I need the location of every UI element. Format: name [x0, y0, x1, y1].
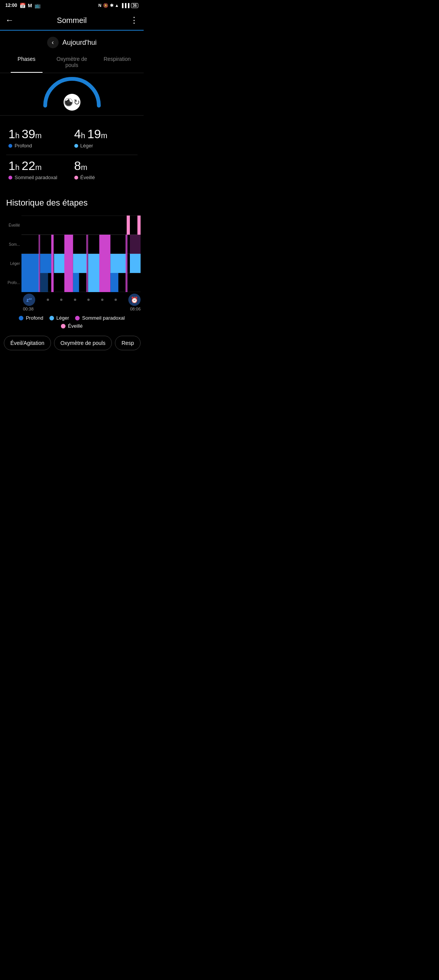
date-prev-button[interactable]: ‹ — [47, 37, 59, 48]
sleep-arc-container: ↻ — [0, 73, 144, 104]
timeline-row: zzz ⏰ 00:38 08:06 — [3, 294, 141, 311]
legend-area: Profond Léger Sommeil paradoxal Éveillé — [0, 311, 144, 332]
timeline-dot-6 — [115, 299, 117, 301]
timeline-dot-2 — [60, 299, 62, 301]
svg-rect-12 — [73, 254, 87, 273]
more-menu-button[interactable]: ⋮ — [130, 15, 138, 25]
svg-rect-10 — [54, 254, 65, 273]
legend-eveille-dot — [61, 324, 66, 328]
stat-paradoxal: 1h 22m Sommeil paradoxal — [6, 155, 72, 186]
tab-respiration[interactable]: Respiration — [95, 51, 140, 73]
eveille-dot — [74, 176, 78, 180]
legend-leger-dot — [49, 316, 54, 320]
ylabel-som: Som... — [3, 235, 20, 254]
status-right: N 🔕 ✱ ▲ ▐▐▐ 36 — [98, 3, 138, 8]
status-time: 12:00 — [5, 3, 17, 8]
stat-profond-label: Profond — [8, 143, 70, 149]
status-wifi-icon: ▲ — [115, 3, 119, 8]
sleep-end-icon: ⏰ — [128, 294, 141, 306]
chevron-left-icon: ‹ — [52, 39, 54, 46]
svg-rect-8 — [40, 273, 48, 292]
ylabel-profo: Profo... — [3, 273, 20, 292]
profond-dot — [8, 144, 12, 148]
tab-bar: Phases Oxymètre de pouls Respiration — [0, 51, 144, 73]
date-navigation: ‹ Aujourd'hui — [0, 31, 144, 51]
legend-paradoxal-dot — [75, 316, 80, 320]
svg-rect-9 — [51, 235, 54, 292]
chart-end-time: 08:06 — [130, 307, 141, 311]
stat-eveille: 8m Éveillé — [72, 155, 138, 186]
legend-eveille: Éveillé — [61, 323, 82, 329]
stat-eveille-time: 8m — [74, 159, 136, 173]
chart-body — [21, 216, 141, 292]
svg-rect-18 — [110, 273, 118, 292]
legend-leger: Léger — [49, 315, 69, 321]
leger-dot — [74, 144, 78, 148]
stat-paradoxal-time: 1h 22m — [8, 159, 70, 173]
status-bt-icon: ✱ — [110, 3, 113, 8]
status-nfc-icon: N — [98, 3, 102, 8]
btn-resp[interactable]: Resp — [115, 336, 141, 350]
stat-leger-label: Léger — [74, 143, 136, 149]
tab-phases[interactable]: Phases — [4, 51, 49, 73]
paradoxal-dot — [8, 176, 12, 180]
svg-rect-16 — [99, 235, 110, 292]
timeline-dot-4 — [87, 299, 90, 301]
sleep-chart-svg — [21, 216, 141, 292]
svg-rect-13 — [73, 273, 79, 292]
stat-leger: 4h 19m Léger — [72, 123, 138, 155]
bottom-actions: Éveil/Agitation Oxymètre de pouls Resp — [0, 332, 144, 358]
date-label: Aujourd'hui — [62, 39, 97, 47]
svg-rect-11 — [64, 235, 73, 292]
svg-rect-19 — [126, 235, 128, 292]
sleep-stats-grid: 1h 39m Profond 4h 19m Léger 1h 22m Somme… — [0, 116, 144, 190]
btn-oxymetre[interactable]: Oxymètre de pouls — [54, 336, 112, 350]
stat-eveille-label: Éveillé — [74, 175, 136, 180]
chart-start-time: 00:38 — [23, 307, 34, 311]
stat-leger-time: 4h 19m — [74, 127, 136, 141]
svg-rect-6 — [39, 235, 40, 292]
chart-time-labels: 00:38 08:06 — [23, 307, 141, 311]
status-calendar-icon: 📅 — [20, 3, 26, 8]
timeline-dot-1 — [47, 299, 49, 301]
stat-paradoxal-label: Sommeil paradoxal — [8, 175, 70, 180]
app-header: ← Sommeil ⋮ — [0, 11, 144, 31]
sleep-start-icon: zzz — [23, 294, 35, 306]
timeline-dot-3 — [74, 299, 76, 301]
status-m-icon: M — [28, 3, 32, 8]
svg-rect-20 — [127, 216, 130, 235]
svg-rect-5 — [21, 254, 39, 292]
chart-y-labels: Éveillé Som... Léger Profo... — [3, 216, 21, 292]
page-title: Sommeil — [14, 16, 130, 25]
svg-rect-23 — [138, 216, 141, 235]
sleep-center-icon: ↻ — [64, 94, 80, 111]
status-left: 12:00 📅 M 📺 — [5, 3, 41, 8]
btn-eveil-agitation[interactable]: Éveil/Agitation — [4, 336, 51, 350]
svg-rect-17 — [110, 254, 126, 273]
stat-profond-time: 1h 39m — [8, 127, 70, 141]
tab-oxymetre[interactable]: Oxymètre de pouls — [49, 51, 94, 73]
status-signal-icon: ▐▐▐ — [120, 3, 129, 8]
legend-profond-dot — [19, 316, 23, 320]
svg-rect-14 — [86, 235, 88, 292]
legend-paradoxal: Sommeil paradoxal — [75, 315, 124, 321]
svg-rect-22 — [130, 235, 141, 254]
status-battery: 36 — [131, 3, 138, 8]
chart-wrapper: Éveillé Som... Léger Profo... — [3, 216, 141, 292]
status-mute-icon: 🔕 — [103, 3, 108, 8]
svg-rect-21 — [130, 254, 141, 273]
timeline-dot-5 — [101, 299, 103, 301]
ylabel-eveille: Éveillé — [3, 216, 20, 235]
historique-title: Historique des étapes — [0, 190, 144, 212]
status-bar: 12:00 📅 M 📺 N 🔕 ✱ ▲ ▐▐▐ 36 — [0, 0, 144, 11]
svg-rect-7 — [40, 254, 52, 273]
back-button[interactable]: ← — [5, 15, 14, 25]
stat-profond: 1h 39m Profond — [6, 123, 72, 155]
ylabel-leger: Léger — [3, 254, 20, 273]
svg-rect-15 — [88, 254, 100, 292]
status-twitch-icon: 📺 — [34, 3, 41, 8]
sleep-chart-area: Éveillé Som... Léger Profo... — [0, 212, 144, 311]
legend-profond: Profond — [19, 315, 43, 321]
